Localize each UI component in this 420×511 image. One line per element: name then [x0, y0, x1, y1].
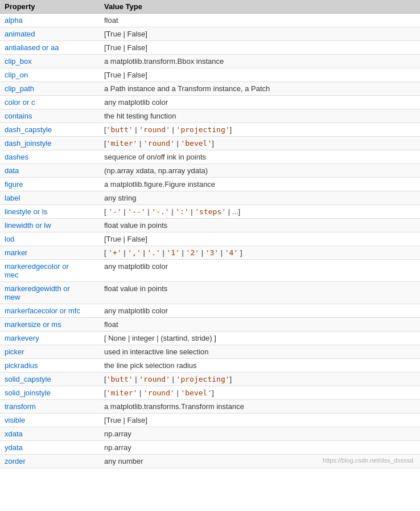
value-cell: float value in points — [100, 219, 420, 232]
table-row: clip_on[True | False] — [0, 68, 420, 82]
property-cell: animated — [0, 27, 100, 41]
property-cell: dash_capstyle — [0, 123, 100, 137]
property-cell: clip_on — [0, 68, 100, 82]
table-row: lod[True | False] — [0, 232, 420, 246]
value-cell: ['miter' | 'round' | 'bevel'] — [100, 386, 420, 400]
watermark-text: https://blog.csdn.net/dss_dssssd — [323, 457, 415, 464]
value-cell: any matplotlib color — [100, 304, 420, 318]
value-cell: np.array — [100, 441, 420, 455]
table-row: solid_joinstyle['miter' | 'round' | 'bev… — [0, 386, 420, 400]
value-cell: [ '+' | ',' | '.' | '1' | '2' | '3' | '4… — [100, 246, 420, 260]
property-cell: solid_capstyle — [0, 373, 100, 386]
table-row: dash_joinstyle['miter' | 'round' | 'beve… — [0, 137, 420, 150]
value-cell: any matplotlib color — [100, 260, 420, 282]
table-row: linewidth or lwfloat value in points — [0, 219, 420, 232]
property-cell: data — [0, 164, 100, 178]
value-cell: any string — [100, 191, 420, 205]
table-row: clip_patha Path instance and a Transform… — [0, 82, 420, 96]
value-cell: float — [100, 14, 420, 27]
property-cell: dashes — [0, 150, 100, 164]
value-cell: [True | False] — [100, 41, 420, 55]
value-cell: np.array — [100, 427, 420, 441]
table-row: markevery[ None | integer | (startind, s… — [0, 332, 420, 345]
property-cell: contains — [0, 109, 100, 123]
value-cell: [ None | integer | (startind, stride) ] — [100, 332, 420, 345]
property-cell: marker — [0, 246, 100, 260]
value-cell: a Path instance and a Transform instance… — [100, 82, 420, 96]
property-cell: solid_joinstyle — [0, 386, 100, 400]
table-row: visible[True | False] — [0, 414, 420, 427]
value-cell: (np.array xdata, np.array ydata) — [100, 164, 420, 178]
property-cell: pickradius — [0, 359, 100, 373]
value-cell: float — [100, 318, 420, 332]
value-cell: ['butt' | 'round' | 'projecting'] — [100, 373, 420, 386]
value-cell: the hit testing function — [100, 109, 420, 123]
table-row: clip_boxa matplotlib.transform.Bbox inst… — [0, 55, 420, 68]
value-cell: ['miter' | 'round' | 'bevel'] — [100, 137, 420, 150]
property-cell: markeredgecolor ormec — [0, 260, 100, 282]
header-property: Property — [0, 0, 100, 14]
property-cell: figure — [0, 178, 100, 191]
property-cell: markevery — [0, 332, 100, 345]
table-row: zorderany numberhttps://blog.csdn.net/ds… — [0, 455, 420, 468]
table-row: markerfacecolor or mfcany matplotlib col… — [0, 304, 420, 318]
property-cell: linestyle or ls — [0, 205, 100, 219]
value-cell: any matplotlib color — [100, 96, 420, 109]
table-row: marker[ '+' | ',' | '.' | '1' | '2' | '3… — [0, 246, 420, 260]
property-cell: markeredgewidth ormew — [0, 282, 100, 304]
property-cell: linewidth or lw — [0, 219, 100, 232]
table-row: labelany string — [0, 191, 420, 205]
property-cell: zorder — [0, 455, 100, 468]
property-cell: transform — [0, 400, 100, 414]
property-table: Property Value Type alphafloatanimated[T… — [0, 0, 420, 468]
value-cell: used in interactive line selection — [100, 345, 420, 359]
property-cell: antialiased or aa — [0, 41, 100, 55]
value-cell: float value in points — [100, 282, 420, 304]
table-row: pickerused in interactive line selection — [0, 345, 420, 359]
table-row: xdatanp.array — [0, 427, 420, 441]
value-cell: the line pick selection radius — [100, 359, 420, 373]
property-cell: label — [0, 191, 100, 205]
value-cell: ['butt' | 'round' | 'projecting'] — [100, 123, 420, 137]
table-row: animated[True | False] — [0, 27, 420, 41]
table-row: color or cany matplotlib color — [0, 96, 420, 109]
table-row: transforma matplotlib.transforms.Transfo… — [0, 400, 420, 414]
table-row: solid_capstyle['butt' | 'round' | 'proje… — [0, 373, 420, 386]
property-cell: xdata — [0, 427, 100, 441]
table-row: markeredgewidth ormewfloat value in poin… — [0, 282, 420, 304]
property-cell: clip_path — [0, 82, 100, 96]
table-row: figurea matplotlib.figure.Figure instanc… — [0, 178, 420, 191]
property-cell: picker — [0, 345, 100, 359]
property-cell: ydata — [0, 441, 100, 455]
table-row: alphafloat — [0, 14, 420, 27]
property-cell: color or c — [0, 96, 100, 109]
property-cell: dash_joinstyle — [0, 137, 100, 150]
property-cell: visible — [0, 414, 100, 427]
value-cell: [True | False] — [100, 68, 420, 82]
property-cell: lod — [0, 232, 100, 246]
table-row: dashessequence of on/off ink in points — [0, 150, 420, 164]
table-row: antialiased or aa[True | False] — [0, 41, 420, 55]
table-row: containsthe hit testing function — [0, 109, 420, 123]
value-cell: [True | False] — [100, 232, 420, 246]
value-cell: a matplotlib.transforms.Transform instan… — [100, 400, 420, 414]
value-cell: [ '-' | '--' | '-.' | ':' | 'steps' | ..… — [100, 205, 420, 219]
value-cell: [True | False] — [100, 27, 420, 41]
property-cell: markersize or ms — [0, 318, 100, 332]
header-value-type: Value Type — [100, 0, 420, 14]
value-cell: sequence of on/off ink in points — [100, 150, 420, 164]
value-cell: a matplotlib.figure.Figure instance — [100, 178, 420, 191]
table-row: linestyle or ls[ '-' | '--' | '-.' | ':'… — [0, 205, 420, 219]
property-cell: markerfacecolor or mfc — [0, 304, 100, 318]
table-row: markersize or msfloat — [0, 318, 420, 332]
table-row: dash_capstyle['butt' | 'round' | 'projec… — [0, 123, 420, 137]
value-cell: [True | False] — [100, 414, 420, 427]
table-row: pickradiusthe line pick selection radius — [0, 359, 420, 373]
table-row: data(np.array xdata, np.array ydata) — [0, 164, 420, 178]
table-row: ydatanp.array — [0, 441, 420, 455]
table-row: markeredgecolor ormecany matplotlib colo… — [0, 260, 420, 282]
table-header-row: Property Value Type — [0, 0, 420, 14]
property-cell: clip_box — [0, 55, 100, 68]
value-cell: a matplotlib.transform.Bbox instance — [100, 55, 420, 68]
value-cell: any numberhttps://blog.csdn.net/dss_dsss… — [100, 455, 420, 468]
